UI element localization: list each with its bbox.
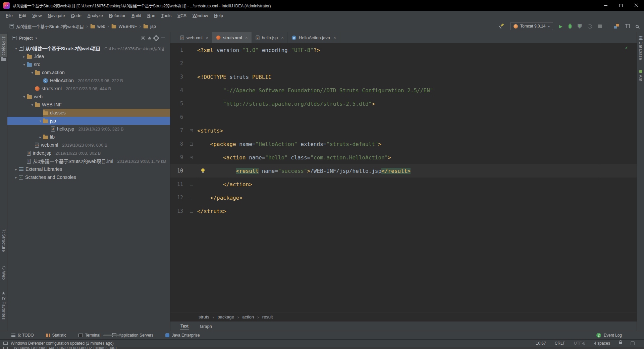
tree-row[interactable]: ▾jsp bbox=[7, 117, 170, 125]
event-log-button[interactable]: 2 Event Log bbox=[596, 331, 622, 339]
menu-item-code[interactable]: Code bbox=[68, 11, 85, 20]
breadcrumb-item[interactable]: web bbox=[90, 24, 105, 29]
layout-icon[interactable] bbox=[625, 24, 630, 28]
fold-marker-icon[interactable] bbox=[187, 143, 195, 146]
editor-tab-web.xml[interactable]: web.xml× bbox=[176, 32, 212, 43]
menu-item-edit[interactable]: Edit bbox=[16, 11, 29, 20]
search-everywhere-icon[interactable] bbox=[636, 25, 639, 28]
run-button[interactable]: ▶ bbox=[559, 24, 562, 29]
menu-item-help[interactable]: Help bbox=[211, 11, 226, 20]
tool-button-project[interactable]: 1: Project bbox=[0, 34, 7, 57]
code-line[interactable]: 13</struts> bbox=[170, 204, 637, 218]
code-line[interactable]: 10 <result name="success">/WEB-INF/jsp/h… bbox=[170, 164, 637, 178]
menu-item-analyze[interactable]: Analyze bbox=[85, 11, 106, 20]
menu-item-vcs[interactable]: VCS bbox=[174, 11, 190, 20]
run-config-select[interactable]: Tomcat 9.0.14 ▾ bbox=[510, 22, 553, 30]
breadcrumb-package[interactable]: package bbox=[217, 314, 234, 319]
menu-item-build[interactable]: Build bbox=[128, 11, 144, 20]
tree-row[interactable]: ▾从0搭建一个基于Struts2的web项目C:\Users\16076\Des… bbox=[7, 44, 170, 52]
code-line[interactable]: 1<?xml version="1.0" encoding="UTF-8"?> bbox=[170, 43, 637, 57]
tool-button-ant[interactable]: Ant bbox=[637, 70, 644, 82]
caret-position[interactable]: 10:67 bbox=[536, 341, 546, 346]
inspection-ok-icon[interactable]: ✔ bbox=[625, 45, 628, 50]
tool-button-6-todo[interactable]: 6: TODO bbox=[11, 333, 34, 338]
breadcrumb-item[interactable]: WEB-INF bbox=[111, 24, 137, 29]
menu-item-run[interactable]: Run bbox=[144, 11, 158, 20]
fold-marker-icon[interactable] bbox=[187, 196, 195, 199]
coverage-button[interactable] bbox=[578, 24, 582, 29]
line-ending[interactable]: CRLF bbox=[555, 341, 565, 346]
tree-row[interactable]: classes bbox=[7, 109, 170, 117]
status-message[interactable]: Windows Defender configuration updated (… bbox=[11, 341, 114, 346]
breadcrumb-result[interactable]: result bbox=[262, 314, 273, 319]
tree-row[interactable]: ▸External Libraries bbox=[7, 165, 170, 173]
chevron-down-icon[interactable]: ▾ bbox=[21, 95, 27, 99]
chevron-right-icon[interactable]: ▸ bbox=[13, 167, 19, 171]
view-tab-graph[interactable]: Graph bbox=[199, 323, 213, 330]
locate-file-icon[interactable] bbox=[141, 36, 145, 40]
tree-row[interactable]: hello.jsp2019/10/23 9:06, 323 B bbox=[7, 125, 170, 133]
collapse-all-icon[interactable] bbox=[148, 37, 151, 39]
tool-button-structure[interactable]: 7: Structure bbox=[0, 229, 7, 252]
code-line[interactable]: 6 bbox=[170, 110, 637, 124]
encoding[interactable]: UTF-8 bbox=[574, 341, 585, 346]
tree-row[interactable]: web.xml2019/10/23 8:49, 600 B bbox=[7, 141, 170, 149]
fold-marker-icon[interactable] bbox=[187, 210, 195, 213]
tree-row[interactable]: ▾src bbox=[7, 60, 170, 68]
scrollbar-thumb[interactable] bbox=[103, 335, 125, 336]
chevron-down-icon[interactable]: ▾ bbox=[38, 119, 43, 123]
chevron-down-icon[interactable]: ▾ bbox=[30, 103, 35, 107]
gear-icon[interactable] bbox=[154, 36, 158, 40]
lock-icon[interactable] bbox=[619, 342, 622, 344]
chevron-right-icon[interactable]: ▸ bbox=[38, 135, 43, 139]
code-line[interactable]: 3<!DOCTYPE struts PUBLIC bbox=[170, 70, 637, 84]
fold-marker-icon[interactable] bbox=[187, 129, 195, 132]
menu-item-view[interactable]: View bbox=[29, 11, 45, 20]
tree-row[interactable]: ▾com.action bbox=[7, 68, 170, 77]
debug-button[interactable] bbox=[569, 24, 572, 29]
breadcrumb-struts[interactable]: struts bbox=[199, 314, 209, 319]
tool-button-statistic[interactable]: Statistic bbox=[46, 333, 66, 338]
breadcrumb-item[interactable]: jsp bbox=[143, 24, 156, 29]
chevron-right-icon[interactable]: ▸ bbox=[13, 176, 19, 179]
tree-row[interactable]: ▸lib bbox=[7, 133, 170, 141]
menu-item-navigate[interactable]: Navigate bbox=[45, 11, 68, 20]
close-tab-icon[interactable]: × bbox=[333, 35, 336, 40]
tool-button-terminal[interactable]: Terminal bbox=[78, 333, 100, 338]
close-tab-icon[interactable]: × bbox=[245, 35, 248, 40]
tool-button-java-enterprise[interactable]: Java Enterprise bbox=[165, 333, 200, 338]
code-line[interactable]: 12 </package> bbox=[170, 191, 637, 204]
close-button[interactable] bbox=[629, 0, 644, 11]
code-line[interactable]: 4 "-//Apache Software Foundation//DTD St… bbox=[170, 84, 637, 97]
code-line[interactable]: 2 bbox=[170, 57, 637, 70]
code-line[interactable]: 11 </action> bbox=[170, 178, 637, 191]
minimize-button[interactable] bbox=[598, 0, 613, 11]
editor-tab-HelloAction.java[interactable]: HelloAction.java× bbox=[288, 32, 340, 43]
close-tab-icon[interactable]: × bbox=[206, 35, 209, 40]
tool-button-web[interactable]: Web bbox=[0, 266, 7, 280]
chevron-right-icon[interactable]: ▸ bbox=[21, 55, 27, 58]
tree-row[interactable]: ▸Scratches and Consoles bbox=[7, 173, 170, 181]
chevron-down-icon[interactable]: ▾ bbox=[13, 47, 19, 50]
toolwindow-switcher-icon[interactable] bbox=[3, 342, 8, 345]
menu-item-refactor[interactable]: Refactor bbox=[106, 11, 128, 20]
editor-tab-hello.jsp[interactable]: hello.jsp× bbox=[252, 32, 288, 43]
tree-row[interactable]: ▾WEB-INF bbox=[7, 101, 170, 109]
menu-item-window[interactable]: Window bbox=[190, 11, 211, 20]
code-editor[interactable]: 1<?xml version="1.0" encoding="UTF-8"?>2… bbox=[170, 43, 637, 312]
tree-row[interactable]: HelloAction2019/10/23 9:06, 222 B bbox=[7, 77, 170, 85]
tree-row[interactable]: ▸.idea bbox=[7, 52, 170, 60]
stop-button[interactable] bbox=[598, 24, 602, 28]
chevron-down-icon[interactable]: ▾ bbox=[30, 71, 35, 74]
project-panel-title[interactable]: Project bbox=[19, 36, 33, 41]
maximize-button[interactable] bbox=[613, 0, 629, 11]
editor-tab-struts.xml[interactable]: struts.xml× bbox=[212, 32, 252, 43]
tool-button-favorites[interactable]: 2: Favorites bbox=[0, 292, 7, 320]
tree-row[interactable]: 从0搭建一个基于Struts2的web项目.iml2019/10/23 9:08… bbox=[7, 157, 170, 165]
close-tab-icon[interactable]: × bbox=[281, 35, 284, 40]
build-hammer-icon[interactable] bbox=[499, 24, 504, 29]
code-line[interactable]: 9 <action name="hello" class="com.action… bbox=[170, 151, 637, 164]
hide-panel-icon[interactable] bbox=[161, 38, 165, 38]
code-line[interactable]: 8 <package name="HelloAction" extends="s… bbox=[170, 137, 637, 151]
intention-bulb-icon[interactable] bbox=[201, 168, 205, 172]
